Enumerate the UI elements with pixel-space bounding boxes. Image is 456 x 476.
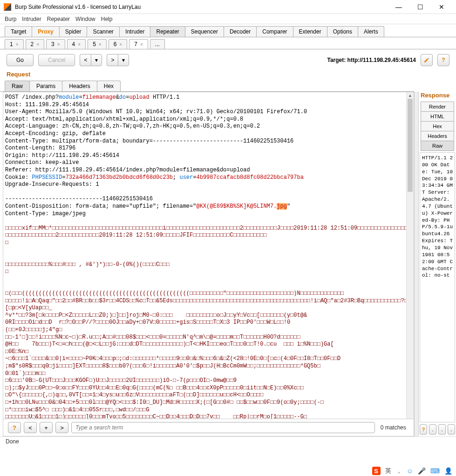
dropdown-icon[interactable]: ▾ <box>91 54 102 66</box>
close-icon[interactable]: × <box>99 42 102 47</box>
request-scrollbar[interactable]: ▲ ▼ <box>406 92 414 436</box>
search-input[interactable] <box>71 422 375 433</box>
session-tab-7[interactable]: 7× <box>129 39 148 49</box>
tab-comparer[interactable]: Comparer <box>256 26 293 37</box>
resp-add-button[interactable]: . <box>438 424 446 435</box>
app-icon <box>4 3 11 11</box>
session-tab-3[interactable]: 3× <box>46 39 65 49</box>
tab-decoder[interactable]: Decoder <box>224 26 257 37</box>
back-icon[interactable]: < <box>80 54 91 66</box>
pencil-icon <box>423 57 430 63</box>
tab-sequencer[interactable]: Sequencer <box>185 26 224 37</box>
resp-help-button[interactable]: ? <box>420 424 427 435</box>
tab-alerts[interactable]: Alerts <box>358 26 384 37</box>
session-tab-2[interactable]: 2× <box>26 39 45 49</box>
scroll-thumb[interactable] <box>408 99 413 192</box>
close-icon[interactable]: × <box>140 42 143 47</box>
resp-tab-raw[interactable]: Raw <box>421 141 454 151</box>
close-icon[interactable]: × <box>119 42 122 47</box>
history-back[interactable]: < ▾ <box>80 54 102 66</box>
subtab-hex[interactable]: Hex <box>97 81 121 91</box>
help-icon: ? <box>442 57 445 63</box>
tab-target[interactable]: Target <box>5 26 32 37</box>
close-button[interactable]: ✕ <box>431 0 452 14</box>
search-bar: ? < + > 0 matches <box>3 419 414 436</box>
subtab-params[interactable]: Params <box>29 81 62 91</box>
go-button[interactable]: Go <box>7 54 34 66</box>
splitter[interactable] <box>414 92 419 436</box>
search-next-button[interactable]: > <box>55 422 68 433</box>
search-help-button[interactable]: ? <box>8 422 21 433</box>
response-search-bar: ? . . . <box>419 422 456 436</box>
cancel-button[interactable]: Cancel <box>38 54 75 66</box>
ime-lang[interactable]: 英 <box>385 467 391 475</box>
search-prev-button[interactable]: < <box>24 422 37 433</box>
tab-options[interactable]: Options <box>327 26 358 37</box>
response-title: Response <box>419 92 456 102</box>
close-icon[interactable]: × <box>36 42 39 47</box>
session-tab-1[interactable]: 1× <box>5 39 24 49</box>
main-tabs: Target Proxy Spider Scanner Intruder Rep… <box>0 24 456 37</box>
subtab-headers[interactable]: Headers <box>62 81 97 91</box>
content-row: POST /index.php?module=filemanage&do=upl… <box>0 92 456 436</box>
session-tab-more[interactable]: ... <box>150 39 165 49</box>
ime-bar: S 英 ， ☺ 🎤 ⌨ 👤 <box>368 466 456 476</box>
ime-user-icon[interactable]: 👤 <box>444 467 452 475</box>
resp-tab-html[interactable]: HTML <box>421 111 454 122</box>
status-bar: Done <box>0 436 456 447</box>
tab-repeater[interactable]: Repeater <box>150 26 185 37</box>
edit-target-button[interactable] <box>421 54 433 66</box>
search-matches: 0 matches <box>378 424 409 431</box>
menu-repeater[interactable]: Repeater <box>47 16 70 22</box>
resp-next-button[interactable]: . <box>448 424 455 435</box>
resp-tab-hex[interactable]: Hex <box>421 121 454 131</box>
maximize-button[interactable]: ☐ <box>409 0 431 14</box>
close-icon[interactable]: × <box>16 42 19 47</box>
menu-burp[interactable]: Burp <box>5 16 16 22</box>
request-title: Request <box>0 71 414 81</box>
request-editor[interactable]: POST /index.php?module=filemanage&do=upl… <box>3 92 414 419</box>
tab-intruder[interactable]: Intruder <box>119 26 150 37</box>
minimize-button[interactable]: — <box>388 0 409 14</box>
resp-prev-button[interactable]: . <box>429 424 436 435</box>
tab-scanner[interactable]: Scanner <box>87 26 120 37</box>
search-add-button[interactable]: + <box>40 422 53 433</box>
history-forward[interactable]: > ▾ <box>107 54 129 66</box>
session-tab-4[interactable]: 4× <box>67 39 86 49</box>
action-bar: Go Cancel < ▾ > ▾ Target: http://111.198… <box>0 49 456 71</box>
resp-tab-headers[interactable]: Headers <box>421 131 454 141</box>
ime-keyboard-icon[interactable]: ⌨ <box>430 467 440 475</box>
tab-spider[interactable]: Spider <box>59 26 88 37</box>
session-tab-5[interactable]: 5× <box>88 39 107 49</box>
sogou-icon[interactable]: S <box>372 467 381 475</box>
scroll-up-icon[interactable]: ▲ <box>407 92 414 99</box>
close-icon[interactable]: × <box>57 42 60 47</box>
response-pane: Response Render HTML Hex Headers Raw HTT… <box>419 92 456 436</box>
title-bar: Burp Suite Professional v1.6 - licensed … <box>0 0 456 14</box>
menu-bar: Burp Intruder Repeater Window Help <box>0 14 456 24</box>
menu-window[interactable]: Window <box>75 16 95 22</box>
close-icon[interactable]: × <box>78 42 81 47</box>
ime-mic-icon[interactable]: 🎤 <box>418 467 426 475</box>
request-pane: POST /index.php?module=filemanage&do=upl… <box>3 92 414 436</box>
menu-help[interactable]: Help <box>101 16 113 22</box>
tab-extender[interactable]: Extender <box>293 26 327 37</box>
repeater-session-tabs: 1× 2× 3× 4× 5× 6× 7× ... <box>0 37 456 49</box>
ime-comma[interactable]: ， <box>396 467 402 475</box>
subtab-raw[interactable]: Raw <box>5 81 30 91</box>
menu-intruder[interactable]: Intruder <box>22 16 41 22</box>
tab-proxy[interactable]: Proxy <box>32 26 59 37</box>
request-subtabs: Raw Params Headers Hex <box>0 81 414 92</box>
response-tabs: Render HTML Hex Headers Raw <box>419 102 456 150</box>
forward-icon[interactable]: > <box>107 54 118 66</box>
window-title: Burp Suite Professional v1.6 - licensed … <box>15 4 388 10</box>
ime-smile-icon[interactable]: ☺ <box>407 467 413 475</box>
session-tab-6[interactable]: 6× <box>109 39 128 49</box>
help-button[interactable]: ? <box>437 54 449 66</box>
target-label: Target: http://111.198.29.45:45614 <box>327 57 416 63</box>
dropdown-icon[interactable]: ▾ <box>118 54 129 66</box>
response-text[interactable]: HTTP/1.1 200 OK Date: Tue, 10 Dec 2019 0… <box>420 152 455 422</box>
resp-tab-render[interactable]: Render <box>421 102 454 112</box>
